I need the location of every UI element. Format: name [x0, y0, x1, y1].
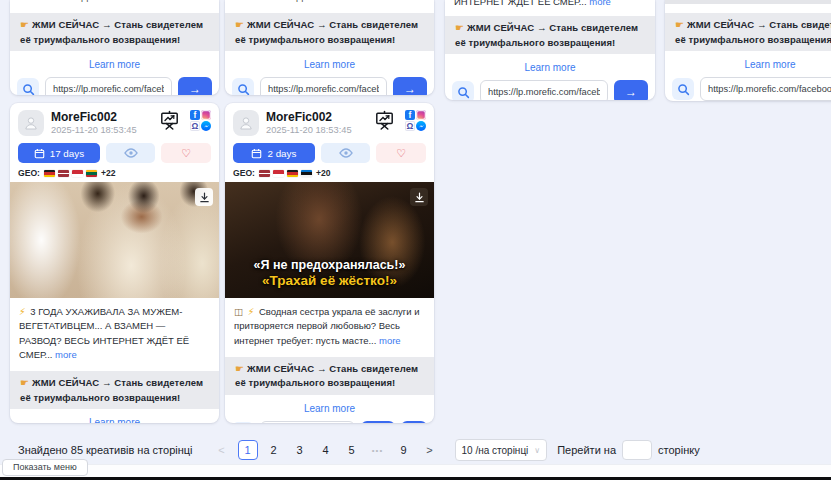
search-icon[interactable]	[232, 422, 254, 423]
bottom-black-bar	[0, 477, 831, 480]
card-actions: 17 days ♡	[18, 143, 211, 163]
creatives-page: { "colors": { "accent_blue": "#3a6af0", …	[0, 0, 831, 480]
goto-page: Перейти на сторінку	[557, 440, 699, 460]
calendar-icon	[251, 148, 262, 159]
page-2[interactable]: 2	[264, 440, 284, 460]
geo-label: GEO:	[233, 168, 255, 178]
learn-more-link[interactable]: Learn more	[10, 51, 219, 77]
account-name: MoreFic002	[51, 110, 137, 124]
geo-flags	[259, 170, 312, 177]
page-1[interactable]: 1	[238, 440, 258, 460]
days-active-button[interactable]: 2 days	[233, 143, 315, 163]
preview-eye-button[interactable]	[321, 143, 371, 163]
creative-description: ⚡ 3 ГОДА УХАЖИВАЛА ЗА МУЖЕМ-ВЕГЕТАТИВЦЕМ…	[10, 298, 219, 368]
favorite-heart-button[interactable]: ♡	[161, 143, 211, 163]
creative-card-partial-1: ИНТЕРНЕТ ЖДЁТ ЕЁ СМЕР... more ☛ЖМИ СЕЙЧА…	[10, 0, 219, 95]
favorite-heart-button[interactable]: ♡	[376, 143, 426, 163]
heart-icon: ♡	[396, 148, 406, 159]
download-creative-button[interactable]	[401, 421, 427, 423]
url-row: →	[10, 77, 219, 95]
cta-header: ☛ЖМИ СЕЙЧАС → Стань свидетелем её триумф…	[10, 371, 219, 409]
placement-icons: f Ω	[190, 110, 211, 131]
lightning-icon: ⚡	[248, 306, 255, 317]
search-icon[interactable]	[232, 78, 254, 95]
flag-mc-icon	[72, 170, 83, 177]
cta-text: ЖМИ СЕЙЧАС → Стань свидетелем её триумфа…	[675, 19, 831, 45]
search-icon[interactable]	[17, 78, 39, 95]
geo-label: GEO:	[18, 168, 40, 178]
creative-image[interactable]	[10, 182, 219, 298]
creative-image[interactable]: «Я не предохранялась!» «Трахай её жёстко…	[225, 182, 434, 298]
facebook-icon: f	[405, 110, 415, 120]
search-icon[interactable]	[672, 78, 694, 100]
geo-flags	[44, 170, 97, 177]
open-url-button[interactable]: →	[178, 77, 212, 95]
geo-row: GEO: +22	[18, 168, 211, 178]
goto-prefix: Перейти на	[557, 444, 616, 456]
creative-card-1: MoreFic002 2025-11-20 18:53:45 f Ω	[10, 103, 219, 423]
clipped-description-line: ИНТЕРНЕТ ЖДЁТ ЕЁ СМЕР... more	[445, 0, 655, 9]
learn-more-link[interactable]: Learn more	[225, 51, 434, 77]
clipped-text-sliver: ИНТЕРНЕТ ЖДЁТ ЕЁ СМЕР... more	[10, 0, 219, 3]
search-icon[interactable]	[452, 81, 474, 100]
cta-header: ☛ЖМИ СЕЙЧАС → Стань свидетелем её триумф…	[10, 13, 219, 51]
page-5[interactable]: 5	[342, 440, 362, 460]
page-3[interactable]: 3	[290, 440, 310, 460]
url-row: →	[225, 421, 434, 423]
cta-text: ЖМИ СЕЙЧАС → Стань свидетелем её триумфа…	[235, 363, 418, 389]
page-last[interactable]: 9	[394, 440, 414, 460]
download-image-button[interactable]	[195, 188, 213, 206]
open-url-button[interactable]: →	[614, 80, 648, 100]
url-row: →	[445, 80, 655, 100]
pointing-finger-icon: ☛	[235, 363, 244, 374]
flag-lv-icon	[58, 170, 69, 177]
next-page-icon[interactable]: >	[420, 440, 440, 460]
creative-datetime: 2025-11-20 18:53:45	[266, 125, 352, 135]
eye-icon	[339, 148, 353, 158]
pagination-bar: Знайдено 85 креативів на сторінці < 1 2 …	[18, 439, 700, 461]
clipped-image-sliver	[665, 0, 831, 4]
landing-url-input[interactable]	[260, 77, 387, 95]
heart-icon: ♡	[181, 148, 191, 159]
page-4[interactable]: 4	[316, 440, 336, 460]
learn-more-link[interactable]: Learn more	[445, 54, 655, 80]
learn-more-link[interactable]: Learn more	[10, 409, 219, 423]
audience-network-icon: Ω	[190, 121, 200, 131]
days-active-button[interactable]: 17 days	[18, 143, 100, 163]
cta-header: ☛ЖМИ СЕЙЧАС → Стань свидетелем её триумф…	[665, 13, 831, 51]
audience-network-icon: Ω	[405, 121, 415, 131]
pointing-finger-icon: ☛	[235, 19, 244, 30]
flag-de-icon	[44, 170, 55, 177]
landing-url-input[interactable]	[45, 77, 172, 95]
profile-row: MoreFic002 2025-11-20 18:53:45 f Ω	[225, 103, 434, 140]
open-url-button[interactable]: →	[361, 421, 395, 423]
arrow-right-icon: →	[189, 82, 201, 95]
flag-lt-icon	[86, 170, 97, 177]
more-link[interactable]: more	[379, 335, 401, 346]
preview-eye-button[interactable]	[106, 143, 156, 163]
presentation-board-icon	[374, 110, 395, 131]
more-link[interactable]: more	[55, 349, 77, 360]
flag-lv-icon	[259, 170, 270, 177]
page-size-select[interactable]: 10 /на сторінці ∨	[455, 439, 548, 461]
open-url-button[interactable]: →	[393, 77, 427, 95]
landing-url-input[interactable]	[480, 80, 608, 100]
cta-header: ☛ЖМИ СЕЙЧАС → Стань свидетелем её триумф…	[225, 357, 434, 395]
learn-more-link[interactable]: Learn more	[665, 51, 831, 77]
download-image-button[interactable]	[410, 188, 428, 206]
creative-card-partial-2: ИНТЕРНЕТ ЖДЁТ ЕЁ СМЕР... more ☛ЖМИ СЕЙЧА…	[225, 0, 434, 95]
landing-url-input[interactable]	[700, 77, 831, 101]
learn-more-link[interactable]: Learn more	[225, 395, 434, 421]
landing-url-input[interactable]	[260, 421, 355, 423]
calendar-icon	[34, 148, 45, 159]
profile-row: MoreFic002 2025-11-20 18:53:45 f Ω	[10, 103, 219, 140]
prev-page-icon[interactable]: <	[212, 440, 232, 460]
instagram-icon	[416, 110, 426, 120]
show-menu-button[interactable]: Показать меню	[2, 459, 88, 476]
flag-de-icon	[287, 170, 298, 177]
pointing-finger-icon: ☛	[20, 19, 29, 30]
goto-page-input[interactable]	[622, 440, 652, 460]
more-link[interactable]: more	[589, 0, 611, 7]
avatar	[18, 110, 44, 136]
bottom-scroll-track[interactable]	[0, 464, 831, 477]
